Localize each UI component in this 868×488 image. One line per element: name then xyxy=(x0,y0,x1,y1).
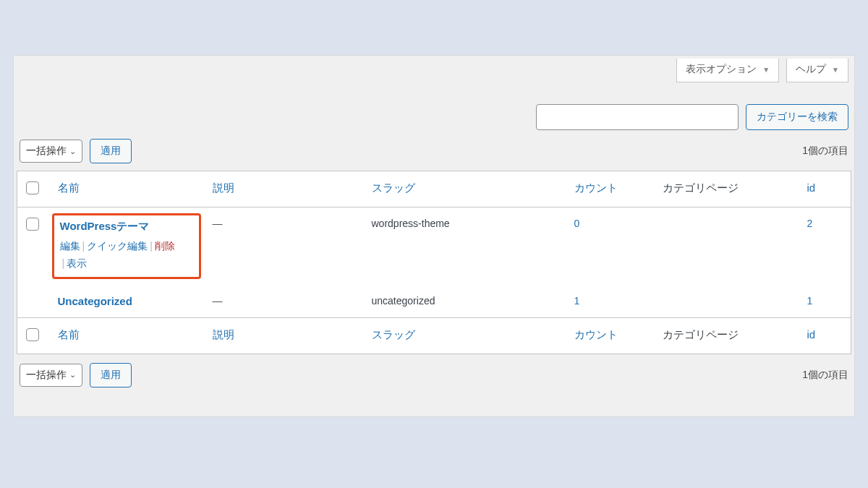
view-link[interactable]: 表示 xyxy=(67,257,87,269)
col-description[interactable]: 説明 xyxy=(213,328,234,341)
search-button[interactable]: カテゴリーを検索 xyxy=(746,104,848,130)
bulk-left: 一括操作 ⌄ 適用 xyxy=(20,363,132,388)
help-button[interactable]: ヘルプ ▼ xyxy=(786,59,848,82)
row-description: — xyxy=(213,295,223,307)
apply-button[interactable]: 適用 xyxy=(90,139,132,163)
chevron-down-icon: ▼ xyxy=(832,66,839,74)
col-slug[interactable]: スラッグ xyxy=(372,328,415,341)
table-footer-row: 名前 説明 スラッグ カウント カテゴリページ id xyxy=(17,317,851,354)
edit-link[interactable]: 編集 xyxy=(60,240,80,252)
items-count: 1個の項目 xyxy=(802,145,848,158)
row-count-link[interactable]: 1 xyxy=(574,295,580,307)
bulk-action-select[interactable]: 一括操作 ⌄ xyxy=(20,364,82,387)
col-id[interactable]: id xyxy=(807,328,816,341)
chevron-down-icon: ⌄ xyxy=(69,147,76,156)
col-description[interactable]: 説明 xyxy=(213,181,234,194)
col-count[interactable]: カウント xyxy=(574,181,618,194)
row-id: 1 xyxy=(807,295,813,307)
row-actions: 編集|クイック編集|削除|表示 xyxy=(60,238,193,273)
row-slug: uncategorized xyxy=(372,295,435,307)
row-title-link[interactable]: WordPressテーマ xyxy=(60,220,150,232)
col-category-page: カテゴリページ xyxy=(654,171,799,207)
row-count-link[interactable]: 0 xyxy=(574,218,580,229)
chevron-down-icon: ▼ xyxy=(762,66,770,74)
select-all-checkbox[interactable] xyxy=(26,328,39,341)
categories-table: 名前 説明 スラッグ カウント カテゴリページ id WordPressテーマ … xyxy=(17,171,851,354)
screen-meta-links: 表示オプション ▼ ヘルプ ▼ xyxy=(17,56,851,82)
highlight-box: WordPressテーマ 編集|クイック編集|削除|表示 xyxy=(52,213,201,279)
search-input[interactable] xyxy=(536,104,739,130)
row-id: 2 xyxy=(807,218,813,229)
quick-edit-link[interactable]: クイック編集 xyxy=(87,240,148,252)
bulk-actions-top: 一括操作 ⌄ 適用 1個の項目 xyxy=(17,130,851,171)
table-header-row: 名前 説明 スラッグ カウント カテゴリページ id xyxy=(17,171,851,207)
col-name[interactable]: 名前 xyxy=(58,181,80,194)
row-description: — xyxy=(213,218,223,229)
row-title-link[interactable]: Uncategorized xyxy=(58,295,132,307)
table-row: Uncategorized — uncategorized 1 1 xyxy=(17,285,851,318)
table-row: WordPressテーマ 編集|クイック編集|削除|表示 — wordpress… xyxy=(17,207,851,285)
bulk-action-label: 一括操作 xyxy=(26,145,67,158)
chevron-down-icon: ⌄ xyxy=(69,370,76,380)
row-checkbox[interactable] xyxy=(26,218,39,231)
admin-panel: 表示オプション ▼ ヘルプ ▼ カテゴリーを検索 一括操作 ⌄ 適用 1個の項目 xyxy=(13,55,855,417)
items-count: 1個の項目 xyxy=(802,369,848,382)
help-label: ヘルプ xyxy=(796,63,826,74)
select-all-checkbox[interactable] xyxy=(26,181,39,194)
search-row: カテゴリーを検索 xyxy=(17,82,851,130)
col-count[interactable]: カウント xyxy=(574,328,618,341)
bulk-action-label: 一括操作 xyxy=(26,369,67,382)
bulk-actions-bottom: 一括操作 ⌄ 適用 1個の項目 xyxy=(17,354,851,395)
screen-options-label: 表示オプション xyxy=(686,63,757,74)
col-slug[interactable]: スラッグ xyxy=(372,181,415,194)
screen-options-button[interactable]: 表示オプション ▼ xyxy=(676,59,779,82)
row-slug: wordpress-theme xyxy=(372,218,450,229)
delete-link[interactable]: 削除 xyxy=(155,240,175,252)
col-name[interactable]: 名前 xyxy=(58,328,80,341)
col-id[interactable]: id xyxy=(807,181,816,194)
col-category-page: カテゴリページ xyxy=(654,317,799,354)
apply-button[interactable]: 適用 xyxy=(90,363,132,388)
bulk-action-select[interactable]: 一括操作 ⌄ xyxy=(20,140,82,163)
bulk-left: 一括操作 ⌄ 適用 xyxy=(20,139,132,163)
